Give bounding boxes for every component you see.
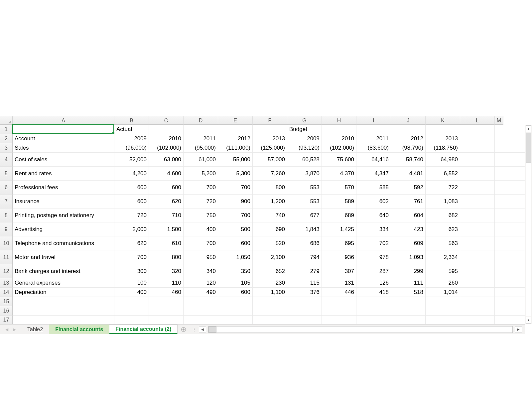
cell-B3[interactable]: (96,000): [114, 143, 149, 152]
cell-E1[interactable]: [218, 125, 253, 134]
cell-A12-label[interactable]: Bank charges and interest: [13, 264, 114, 278]
cell-J13[interactable]: 111: [391, 278, 426, 287]
cell-F5[interactable]: 7,260: [253, 167, 287, 180]
row-header-12[interactable]: 12: [0, 264, 13, 278]
cell-L4[interactable]: [460, 153, 495, 166]
cell-H6[interactable]: 570: [322, 181, 356, 194]
cell-C11[interactable]: 800: [149, 250, 184, 264]
cell-F15[interactable]: [253, 297, 287, 306]
tab-split-handle-icon[interactable]: ⋮: [192, 327, 197, 332]
row-header-6[interactable]: 6: [0, 181, 13, 195]
cell-E2[interactable]: 2012: [218, 134, 253, 143]
select-all-corner[interactable]: [0, 116, 13, 125]
cell-B5[interactable]: 4,200: [114, 167, 149, 180]
cell-B1-actual-header[interactable]: Actual: [114, 125, 149, 134]
cell-H12[interactable]: 307: [322, 264, 356, 278]
cell-K6[interactable]: 722: [426, 181, 460, 194]
row-header-1[interactable]: 1: [0, 125, 13, 134]
cell-J9[interactable]: 423: [391, 222, 426, 236]
cell-J1[interactable]: [391, 125, 426, 134]
cell-D7[interactable]: 720: [184, 195, 218, 208]
cell-D12[interactable]: 340: [184, 264, 218, 278]
cell-B16[interactable]: [114, 306, 149, 315]
cell-D1[interactable]: [184, 125, 218, 134]
row-header-9[interactable]: 9: [0, 222, 13, 236]
cell-F14[interactable]: 1,100: [253, 288, 287, 297]
cell-G4[interactable]: 60,528: [287, 153, 322, 166]
cell-K3[interactable]: (118,750): [426, 143, 460, 152]
tab-nav-prev-icon[interactable]: ◀: [5, 327, 8, 332]
cell-G1-budget-header[interactable]: Budget: [287, 125, 322, 134]
column-header-M[interactable]: M: [495, 116, 503, 125]
cell-A15[interactable]: [13, 297, 114, 306]
cell-J15[interactable]: [391, 297, 426, 306]
cell-G11[interactable]: 794: [287, 250, 322, 264]
cell-B2[interactable]: 2009: [114, 134, 149, 143]
add-sheet-button[interactable]: [178, 325, 190, 334]
cell-D6[interactable]: 700: [184, 181, 218, 194]
cell-L3[interactable]: [460, 143, 495, 152]
cell-A10-label[interactable]: Telephone and communications: [13, 236, 114, 250]
cell-A7-label[interactable]: Insurance: [13, 195, 114, 208]
cell-B13[interactable]: 100: [114, 278, 149, 287]
cell-D15[interactable]: [184, 297, 218, 306]
cell-J8[interactable]: 604: [391, 208, 426, 222]
cell-J11[interactable]: 1,093: [391, 250, 426, 264]
cell-J17[interactable]: [391, 316, 426, 324]
cell-E3[interactable]: (111,000): [218, 143, 253, 152]
cell-E14[interactable]: 600: [218, 288, 253, 297]
cell-J10[interactable]: 609: [391, 236, 426, 250]
cell-C7[interactable]: 620: [149, 195, 184, 208]
cell-A4-label[interactable]: Cost of sales: [13, 153, 114, 166]
cell-H2[interactable]: 2010: [322, 134, 356, 143]
cell-F2[interactable]: 2013: [253, 134, 287, 143]
column-header-D[interactable]: D: [184, 116, 218, 125]
cell-I16[interactable]: [356, 306, 391, 315]
cell-C17[interactable]: [149, 316, 184, 324]
cell-I9[interactable]: 334: [356, 222, 391, 236]
cell-A14-label[interactable]: Depreciation: [13, 288, 114, 297]
tab-nav-next-icon[interactable]: ▶: [13, 327, 16, 332]
cell-H13[interactable]: 131: [322, 278, 356, 287]
cell-I5[interactable]: 4,347: [356, 167, 391, 180]
vscroll-up-button[interactable]: ▲: [526, 125, 531, 132]
cell-J6[interactable]: 592: [391, 181, 426, 194]
cell-H14[interactable]: 446: [322, 288, 356, 297]
cell-B11[interactable]: 700: [114, 250, 149, 264]
cell-D9[interactable]: 400: [184, 222, 218, 236]
cell-I11[interactable]: 978: [356, 250, 391, 264]
cell-G14[interactable]: 376: [287, 288, 322, 297]
cell-E16[interactable]: [218, 306, 253, 315]
cell-B14[interactable]: 400: [114, 288, 149, 297]
row-header-2[interactable]: 2: [0, 134, 13, 143]
cell-L11[interactable]: [460, 250, 495, 264]
sheet-tab-table2[interactable]: Table2: [21, 325, 49, 334]
cell-K8[interactable]: 682: [426, 208, 460, 222]
cell-I17[interactable]: [356, 316, 391, 324]
cell-K15[interactable]: [426, 297, 460, 306]
cell-E8[interactable]: 700: [218, 208, 253, 222]
vscroll-track[interactable]: [526, 133, 531, 316]
cell-K11[interactable]: 2,334: [426, 250, 460, 264]
hscroll-track[interactable]: [208, 326, 513, 333]
cell-L10[interactable]: [460, 236, 495, 250]
sheet-tab-financial-accounts[interactable]: Financial accounts: [49, 325, 109, 334]
column-header-C[interactable]: C: [149, 116, 184, 125]
row-header-14[interactable]: 14: [0, 288, 13, 297]
cell-H16[interactable]: [322, 306, 356, 315]
cell-D16[interactable]: [184, 306, 218, 315]
cell-E17[interactable]: [218, 316, 253, 324]
cell-G15[interactable]: [287, 297, 322, 306]
cell-A17[interactable]: [13, 316, 114, 324]
cell-D2[interactable]: 2011: [184, 134, 218, 143]
cell-K9[interactable]: 623: [426, 222, 460, 236]
cell-H7[interactable]: 589: [322, 195, 356, 208]
cell-F16[interactable]: [253, 306, 287, 315]
cell-D14[interactable]: 490: [184, 288, 218, 297]
cell-I6[interactable]: 585: [356, 181, 391, 194]
cell-F9[interactable]: 690: [253, 222, 287, 236]
cell-H3[interactable]: (102,000): [322, 143, 356, 152]
cell-F13[interactable]: 230: [253, 278, 287, 287]
cell-J3[interactable]: (98,790): [391, 143, 426, 152]
cell-I14[interactable]: 418: [356, 288, 391, 297]
